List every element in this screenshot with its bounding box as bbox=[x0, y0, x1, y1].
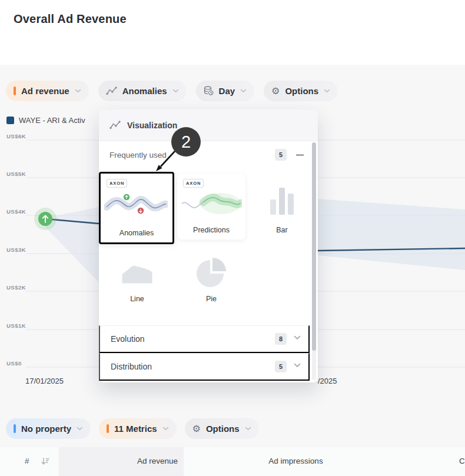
database-clock-icon bbox=[204, 86, 214, 96]
viz-tile-pie[interactable]: Pie bbox=[177, 252, 245, 308]
confidence-band-left bbox=[45, 207, 99, 282]
time-interval-button[interactable]: Day bbox=[196, 81, 255, 101]
x-axis-label-start: 17/01/2025 bbox=[25, 377, 64, 385]
anomalies-icon bbox=[106, 86, 117, 95]
column-header-index[interactable]: # bbox=[25, 457, 29, 465]
chevron-down-icon bbox=[240, 89, 247, 93]
chart-options-button[interactable]: ⚙ Options bbox=[264, 81, 338, 101]
property-color-bar-icon bbox=[14, 424, 16, 433]
report-header: Overall Ad Revenue bbox=[0, 0, 465, 65]
chevron-down-icon bbox=[245, 427, 251, 431]
series-swatch-icon bbox=[6, 116, 14, 124]
visualization-panel: Visualization Frequently used 5 AXON Ano… bbox=[99, 109, 318, 382]
visualization-panel-header: Visualization bbox=[99, 109, 318, 141]
confidence-band-right bbox=[318, 199, 465, 270]
sort-descending-icon[interactable] bbox=[41, 457, 49, 465]
y-axis-label: US$4K bbox=[6, 208, 26, 215]
visualization-type-button[interactable]: Anomalies bbox=[98, 81, 187, 101]
tile-label: Line bbox=[101, 295, 173, 303]
table-options-button[interactable]: ⚙ Options bbox=[185, 418, 259, 439]
column-header-clipped[interactable]: C bbox=[459, 457, 464, 465]
chevron-down-icon bbox=[75, 89, 81, 93]
y-axis-label: US$5K bbox=[6, 171, 26, 177]
anomaly-point bbox=[34, 208, 57, 230]
chevron-down-icon bbox=[324, 89, 330, 93]
metric-filter-label: Ad revenue bbox=[21, 86, 69, 96]
anomalies-thumbnail-icon bbox=[104, 189, 168, 219]
y-axis-label: US$6K bbox=[6, 133, 26, 139]
y-axis-label: US$2K bbox=[6, 284, 26, 291]
evolution-count-badge: 8 bbox=[275, 333, 287, 345]
y-axis-label: US$0 bbox=[6, 360, 22, 367]
table-options-label: Options bbox=[206, 424, 240, 434]
chevron-down-icon bbox=[162, 427, 169, 431]
chart-options-label: Options bbox=[285, 86, 318, 96]
bar-chart-icon bbox=[269, 185, 295, 216]
group-label: Evolution bbox=[111, 334, 145, 344]
page-title: Overall Ad Revenue bbox=[14, 12, 127, 26]
collapse-section-button[interactable] bbox=[294, 149, 305, 160]
metrics-selector-label: 11 Metrics bbox=[114, 424, 157, 434]
time-interval-label: Day bbox=[219, 86, 235, 96]
chevron-down-icon bbox=[172, 89, 179, 93]
column-header-ad-revenue[interactable]: Ad revenue bbox=[88, 457, 178, 465]
tile-label: Anomalies bbox=[101, 229, 172, 237]
frequently-used-count-badge: 5 bbox=[275, 149, 287, 161]
property-filter-label: No property bbox=[21, 424, 71, 434]
visualization-type-label: Anomalies bbox=[122, 86, 167, 96]
series-label: WAYE - ARI & Activ bbox=[19, 116, 85, 125]
chevron-down-icon[interactable] bbox=[294, 335, 301, 340]
table-toolbar: No property 11 Metrics ⚙ Options bbox=[6, 418, 259, 439]
annotation-arrow-icon bbox=[152, 149, 181, 175]
tile-label: Pie bbox=[177, 295, 245, 303]
metric-color-bar-icon bbox=[14, 86, 16, 95]
panel-title: Visualization bbox=[127, 121, 177, 130]
predictions-thumbnail-icon bbox=[181, 189, 242, 219]
metrics-table-header: # Ad revenue Ad impressions C bbox=[0, 447, 465, 476]
ad-revenue-report: Overall Ad Revenue Ad revenue Anomalies … bbox=[0, 0, 465, 476]
metric-filter-button[interactable]: Ad revenue bbox=[6, 81, 89, 101]
tile-label: Predictions bbox=[177, 226, 245, 234]
gear-icon: ⚙ bbox=[271, 86, 280, 96]
tile-label: Bar bbox=[247, 226, 317, 234]
x-axis-label-end: /2025 bbox=[318, 377, 337, 385]
pie-chart-icon bbox=[195, 257, 227, 288]
anomalies-icon bbox=[109, 121, 121, 129]
y-axis-label: US$3K bbox=[6, 247, 26, 253]
gear-icon: ⚙ bbox=[192, 424, 201, 434]
axon-badge: AXON bbox=[183, 179, 204, 188]
metrics-color-bar-icon bbox=[107, 424, 109, 433]
panel-scrollbar-thumb[interactable] bbox=[312, 142, 316, 351]
distribution-count-badge: 5 bbox=[275, 361, 287, 372]
axon-badge: AXON bbox=[107, 179, 127, 188]
chevron-down-icon bbox=[77, 427, 83, 431]
group-label: Distribution bbox=[111, 362, 152, 371]
chart-legend[interactable]: WAYE - ARI & Activ bbox=[6, 116, 85, 125]
property-filter-button[interactable]: No property bbox=[6, 418, 91, 439]
viz-tile-line[interactable]: Line bbox=[101, 252, 173, 308]
minus-icon bbox=[296, 154, 304, 156]
viz-tile-predictions[interactable]: AXON Predictions bbox=[177, 174, 245, 239]
chart-toolbar: Ad revenue Anomalies Day ⚙ Options bbox=[6, 81, 338, 101]
chevron-down-icon[interactable] bbox=[294, 363, 301, 368]
y-axis-label: US$1K bbox=[6, 322, 26, 329]
metrics-selector-button[interactable]: 11 Metrics bbox=[99, 418, 177, 439]
viz-tile-anomalies[interactable]: AXON Anomalies bbox=[99, 172, 174, 244]
line-chart-icon bbox=[121, 259, 153, 284]
column-header-ad-impressions[interactable]: Ad impressions bbox=[247, 457, 344, 465]
viz-tile-bar[interactable]: Bar bbox=[247, 174, 317, 239]
